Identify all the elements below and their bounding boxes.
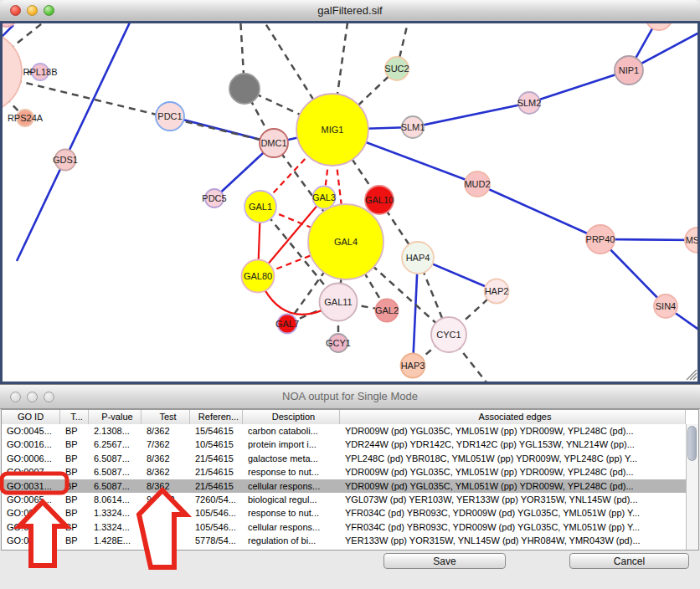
- column-header[interactable]: Associated edges: [340, 410, 686, 424]
- node-label: GCY1: [326, 338, 351, 348]
- screen: galFiltered.sif RPL18BRPS24AGDS1PDC1SUC2…: [0, 0, 700, 589]
- node-unlabeled-pink-topleft[interactable]: [3, 23, 17, 27]
- table-cell: protein import i...: [243, 438, 340, 451]
- table-cell: 1.3324...: [89, 520, 142, 534]
- table-cell: YDR009W (pd) YGL035C, YML051W (pp) YDR00…: [340, 424, 686, 438]
- node-label: PDC5: [202, 193, 226, 203]
- table-cell: BP: [60, 506, 89, 520]
- table-cell: GO:0007...: [2, 465, 60, 479]
- table-cell: BP: [60, 424, 89, 438]
- table-cell: 6.2567...: [89, 438, 142, 451]
- table-cell: 105/546...: [190, 506, 243, 520]
- table-cell: GO:0050...: [2, 534, 60, 547]
- column-header[interactable]: GO ID: [2, 410, 60, 424]
- node-label: SIN4: [656, 301, 676, 311]
- table-row[interactable]: GO:0031...BP1.3324...11/362105/546...res…: [2, 506, 686, 520]
- table-cell: BP: [60, 465, 89, 479]
- network-canvas-svg[interactable]: RPL18BRPS24AGDS1PDC1SUC2NIP1SLM2SLM1MIG1…: [3, 23, 697, 382]
- graph-window: galFiltered.sif RPL18BRPS24AGDS1PDC1SUC2…: [0, 0, 700, 384]
- node-label: GAL4: [334, 237, 358, 247]
- graph-edge[interactable]: [529, 70, 629, 103]
- table-row[interactable]: GO:0031...BP6.5087...8/36221/54615cellul…: [2, 479, 686, 493]
- node-label: MIG1: [322, 125, 344, 135]
- table-cell: 10/54615: [190, 438, 243, 451]
- node-unlabeled-pink-topright[interactable]: [646, 23, 672, 30]
- table-cell: YGL073W (pd) YER103W, YER133W (pp) YOR31…: [340, 493, 686, 506]
- node-label: HAP3: [401, 361, 425, 371]
- table-cell: BP: [60, 534, 89, 547]
- graph-edge[interactable]: [477, 184, 600, 239]
- table-row[interactable]: GO:0031...BP1.3324...11/362105/546...cel…: [2, 520, 686, 534]
- noa-window-title: NOA output for Single Mode: [0, 385, 700, 408]
- table-cell: YDR244W (pp) YDR142C, YDR142C (pp) YGL15…: [340, 438, 686, 451]
- node-label: HAP2: [485, 286, 509, 296]
- graph-window-titlebar[interactable]: galFiltered.sif: [0, 0, 700, 22]
- table-cell: YER133W (pp) YOR315W, YNL145W (pd) YHR08…: [340, 534, 686, 547]
- table-cell: biological regul...: [243, 493, 340, 506]
- table-cell: response to nut...: [243, 506, 340, 520]
- table-cell: GO:0031...: [2, 506, 60, 520]
- table-cell: regulation of bi...: [243, 534, 340, 547]
- node-label: GAL10: [365, 195, 394, 205]
- table-cell: 11/362: [142, 506, 190, 520]
- table-row[interactable]: GO:0016...BP6.2567...7/36210/54615protei…: [2, 438, 686, 451]
- table-cell: 21/54615: [190, 465, 243, 479]
- table-cell: 6.5087...: [89, 479, 142, 493]
- table-cell: response to nut...: [243, 465, 340, 479]
- table-cell: YFR034C (pd) YBR093C, YDR009W (pd) YGL03…: [340, 520, 686, 534]
- table-cell: 21/54615: [190, 452, 243, 465]
- table-cell: BP: [60, 493, 89, 506]
- noa-window-titlebar[interactable]: NOA output for Single Mode: [0, 385, 700, 409]
- column-header[interactable]: P-value: [89, 410, 142, 424]
- network-canvas[interactable]: RPL18BRPS24AGDS1PDC1SUC2NIP1SLM2SLM1MIG1…: [0, 21, 700, 384]
- table-cell: 1.428E...: [89, 534, 142, 547]
- cancel-button[interactable]: Cancel: [569, 553, 689, 569]
- node-label: SLM1: [401, 122, 425, 132]
- table-cell: YPL248C (pd) YBR018C, YML051W (pp) YDR00…: [340, 452, 686, 465]
- table-row[interactable]: GO:0065...BP8.0614...94/3627260/54...bio…: [2, 493, 686, 506]
- table-row[interactable]: GO:0006...BP6.5087...8/36221/54615galact…: [2, 452, 686, 465]
- column-header[interactable]: Referen...: [190, 410, 243, 424]
- table-scrollbar[interactable]: [686, 424, 698, 550]
- graph-edge[interactable]: [17, 23, 136, 261]
- node-label: MUD2: [464, 179, 490, 189]
- graph-edge[interactable]: [413, 103, 529, 127]
- table-cell: 105/546...: [190, 520, 243, 534]
- node-label: GDS1: [53, 155, 78, 165]
- table-cell: 7/362: [142, 438, 190, 451]
- table-cell: 8/362: [142, 465, 190, 479]
- table-cell: 8/362: [142, 424, 190, 438]
- node-label: HAP4: [406, 253, 430, 263]
- node-unlabeled-pink-large[interactable]: [3, 31, 22, 113]
- node-label: MSL1: [686, 235, 697, 245]
- scrollbar-thumb[interactable]: [687, 426, 697, 461]
- node-label: PRP40: [586, 234, 615, 244]
- table-row[interactable]: GO:0045...BP2.1308...8/36215/54615carbon…: [2, 424, 686, 438]
- save-button[interactable]: Save: [383, 553, 506, 569]
- column-header[interactable]: Test: [142, 410, 190, 424]
- table-cell: 11/362: [142, 520, 190, 534]
- node-label: RPL18B: [23, 67, 58, 77]
- table-row[interactable]: GO:0050...BP1.428E...80/3625778/54...reg…: [2, 534, 686, 547]
- table-cell: cellular respons...: [243, 479, 340, 493]
- table-cell: YDR009W (pd) YGL035C, YML051W (pp) YDR00…: [340, 465, 686, 479]
- table-cell: 7260/54...: [190, 493, 243, 506]
- table-cell: GO:0016...: [2, 438, 60, 451]
- resize-grip-icon[interactable]: [687, 370, 697, 380]
- table-cell: BP: [60, 452, 89, 465]
- table-row[interactable]: GO:0007...BP6.5087...8/36221/54615respon…: [2, 465, 686, 479]
- table-cell: GO:0045...: [2, 424, 60, 438]
- edges-layer: [3, 23, 697, 382]
- table-cell: 8/362: [142, 479, 190, 493]
- table-cell: GO:0031...: [2, 479, 60, 493]
- node-label: RPS24A: [8, 113, 44, 123]
- table-cell: 6.5087...: [89, 465, 142, 479]
- column-header[interactable]: Desciption: [243, 410, 340, 424]
- table-cell: BP: [60, 520, 89, 534]
- node-label: GAL7: [275, 319, 299, 329]
- node-unlabeled-gray[interactable]: [229, 74, 260, 104]
- column-header[interactable]: T...: [60, 410, 89, 424]
- table-cell: BP: [60, 438, 89, 451]
- table-cell: GO:0065...: [2, 493, 60, 506]
- node-label: GAL1: [249, 202, 272, 212]
